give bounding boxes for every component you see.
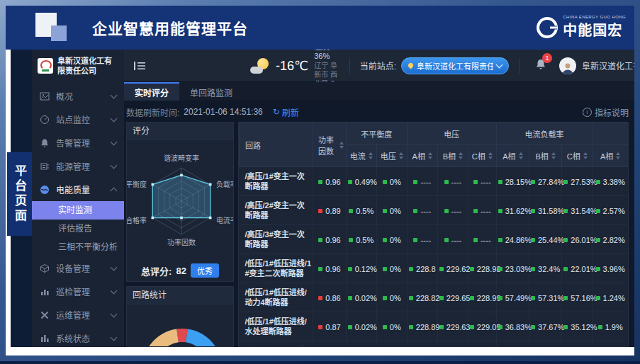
svg-text:功率因数: 功率因数: [167, 238, 196, 246]
chevron-down-icon: [111, 334, 118, 341]
sidebar-item-系统状态[interactable]: 系统状态: [32, 326, 124, 347]
table-cell: 31.62%: [496, 196, 529, 225]
table-cell: 57.49%: [496, 283, 529, 312]
status-dot: [531, 238, 535, 242]
sidebar-item-设备管理[interactable]: 设备管理: [32, 256, 124, 280]
sort-icon[interactable]: [519, 152, 523, 159]
table-cell: 229.03: [407, 341, 437, 348]
col-header[interactable]: 电压: [376, 145, 407, 167]
sort-icon[interactable]: [551, 152, 556, 159]
device-icon: [40, 263, 50, 273]
col-header[interactable]: A相: [593, 145, 629, 167]
table-cell: ----: [437, 196, 468, 225]
sidebar-subitem-三相不平衡分析[interactable]: 三相不平衡分析: [32, 238, 124, 256]
sidebar-subitem-评估报告[interactable]: 评估报告: [32, 220, 124, 238]
table-cell: 3.96%: [593, 254, 629, 283]
sidebar-item-站点监控[interactable]: 站点监控: [32, 108, 124, 131]
sort-icon[interactable]: [488, 152, 493, 159]
table-row[interactable]: /高压/2#变主一次断路器0.890.5%0%------------31.62…: [240, 196, 629, 225]
sort-icon[interactable]: [616, 152, 620, 159]
sidebar-item-概况[interactable]: 概况: [32, 84, 124, 108]
status-dot: [563, 180, 568, 184]
sidebar-item-label: 概况: [56, 90, 105, 102]
indicator-help-button[interactable]: i指标说明: [583, 106, 629, 118]
chevron-down-icon: [111, 310, 118, 317]
platform-page-label: 平台页面: [7, 152, 32, 236]
col-header[interactable]: B相: [529, 145, 561, 167]
table-row[interactable]: /低压/1#低压进线/1#变主二次断路器0.960.12%0%228.8229.…: [240, 254, 629, 283]
app-body: 阜新汉道化工有限责任公司 概况站点监控告警管理能源管理电能质量实时监测评估报告三…: [32, 50, 634, 347]
sort-icon[interactable]: [399, 152, 403, 159]
status-dot: [348, 296, 352, 300]
station-value: 阜新汉道化工有限责任公司: [417, 60, 493, 72]
status-dot: [413, 180, 417, 184]
table-cell: 0.49%: [346, 167, 376, 196]
table-cell: 229.63: [437, 312, 468, 341]
status-dot: [383, 296, 387, 300]
table-row[interactable]: /低压/1#低压进线/动力4断路器0.860.02%0%228.82229.65…: [240, 283, 629, 312]
total-score-value: 82: [176, 266, 186, 276]
tab-realtime-score[interactable]: 实时评分: [124, 82, 179, 101]
tab-single-circuit[interactable]: 单回路监测: [179, 82, 243, 101]
temperature: -16℃: [276, 58, 308, 74]
col-header-pf[interactable]: 功率因数: [313, 123, 346, 167]
sidebar-item-能源管理[interactable]: 能源管理: [32, 154, 124, 178]
circuit-stats-panel: 回路统计: [126, 286, 234, 347]
sidebar-item-运维管理[interactable]: 运维管理: [32, 303, 124, 326]
status-dot: [409, 325, 413, 329]
table-cell: 1.24%: [593, 283, 629, 312]
sort-icon[interactable]: [369, 152, 373, 159]
chevron-down-icon: [111, 138, 118, 145]
weather-icon: [250, 58, 270, 74]
table-cell: 229.62: [437, 254, 468, 283]
table-row[interactable]: /高压/1#变主一次断路器0.960.49%0%------------28.1…: [240, 167, 629, 196]
sidebar-subitem-实时监测[interactable]: 实时监测: [32, 201, 124, 220]
table-cell: 0%: [376, 225, 407, 254]
sort-icon[interactable]: [339, 142, 344, 149]
refresh-button[interactable]: ↻刷新: [273, 106, 299, 118]
circuit-name: /低压/1#低压进线/食堂断路器: [240, 341, 313, 348]
sort-icon[interactable]: [583, 152, 588, 159]
status-dot: [531, 209, 535, 213]
status-dot: [318, 325, 322, 329]
table-cell: 0.87: [313, 312, 346, 341]
sidebar-item-电能质量[interactable]: 电能质量: [32, 178, 124, 201]
table-cell: 24.86%: [496, 225, 529, 254]
status-dot: [473, 209, 478, 213]
station-select[interactable]: 阜新汉道化工有限责任公司: [401, 57, 509, 74]
table-cell: 229.65: [437, 283, 468, 312]
chevron-down-icon: [111, 115, 118, 122]
refresh-time: 2021-01-06 14:51:36: [184, 107, 262, 117]
sort-icon[interactable]: [459, 152, 463, 159]
col-header[interactable]: C相: [468, 145, 496, 167]
table-row[interactable]: /高压/3#变主一次断路器0.960.5%0%------------24.86…: [240, 225, 629, 254]
status-dot: [413, 238, 417, 242]
col-header[interactable]: A相: [496, 145, 529, 167]
sort-icon[interactable]: [428, 152, 432, 159]
status-dot: [531, 296, 535, 300]
status-dot: [531, 267, 535, 271]
sidebar-item-label: 电能质量: [56, 183, 105, 195]
col-header[interactable]: C相: [562, 145, 593, 167]
collapse-sidebar-icon[interactable]: [134, 61, 145, 71]
table-cell: 12.05%: [496, 341, 529, 348]
brand-logo: CHINA ENERGY GUO HONG 中能国宏: [535, 15, 626, 40]
table-cell: 228.98: [468, 254, 496, 283]
table-cell: 0.02%: [346, 312, 376, 341]
col-header[interactable]: B相: [437, 145, 468, 167]
status-dot: [596, 238, 600, 242]
col-header[interactable]: A相: [407, 145, 437, 167]
notification-badge: 1: [542, 53, 552, 63]
chevron-down-icon: [111, 91, 118, 98]
sidebar-item-巡检管理[interactable]: 巡检管理: [32, 280, 124, 303]
sidebar-item-告警管理[interactable]: 告警管理: [32, 131, 124, 154]
avatar[interactable]: [559, 57, 576, 74]
table-cell: 228.8: [407, 254, 437, 283]
status-dot: [349, 238, 353, 242]
col-header[interactable]: 电流: [346, 145, 376, 167]
status-dot: [383, 325, 387, 329]
table-row[interactable]: /低压/1#低压进线/水处理断路器0.870.02%0%228.89229.63…: [240, 312, 629, 341]
station-label: 当前站点:: [360, 59, 396, 72]
table-row[interactable]: /低压/1#低压进线/食堂断路器10.09%0%229.03229.81229.…: [240, 341, 629, 348]
notifications-button[interactable]: 1: [535, 58, 546, 74]
